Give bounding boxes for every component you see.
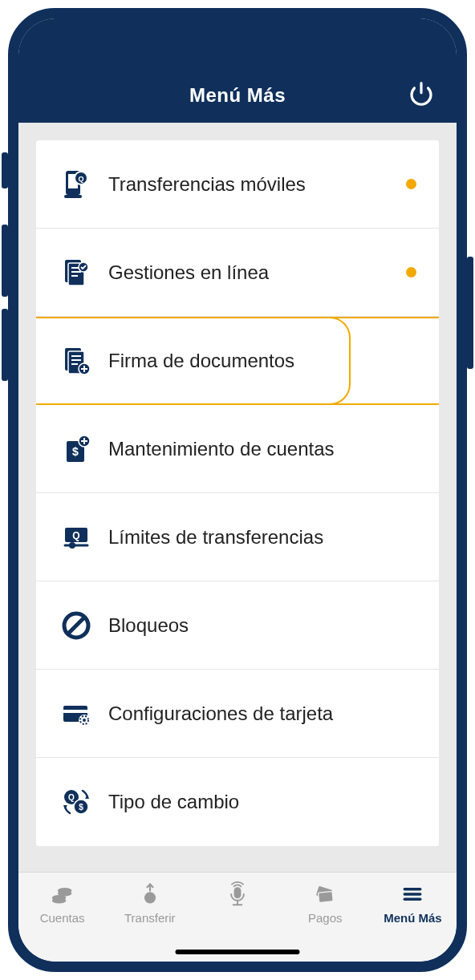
menu-item-label: Transferencias móviles [99, 173, 406, 196]
header-title: Menú Más [189, 84, 286, 107]
notification-dot [406, 267, 416, 277]
menu-item-label: Bloqueos [99, 614, 416, 637]
menu-item-label: Configuraciones de tarjeta [99, 703, 416, 725]
nav-label: Pagos [308, 911, 343, 925]
menu-item-tipo-de-cambio[interactable]: Q $ Tipo de cambio [36, 758, 439, 846]
power-button[interactable] [407, 79, 436, 108]
svg-rect-51 [319, 891, 334, 902]
lock-block-icon [54, 609, 99, 642]
menu-item-transferencias-moviles[interactable]: Q Transferencias móviles [36, 140, 439, 229]
bottom-nav: Cuentas $ Transferir [18, 872, 457, 962]
svg-text:Q: Q [78, 175, 83, 183]
screen: Menú Más Q [18, 18, 457, 962]
more-menu-list: Q Transferencias móviles [36, 140, 439, 846]
account-maint-icon: $ [54, 433, 99, 465]
frame-button [2, 225, 8, 297]
svg-text:$: $ [148, 894, 152, 902]
card-config-icon [54, 698, 99, 730]
mobile-transfer-icon: Q [54, 168, 99, 200]
exchange-icon: Q $ [54, 786, 99, 818]
app-header: Menú Más [18, 18, 457, 123]
hamburger-icon [399, 881, 426, 908]
svg-point-44 [57, 888, 71, 893]
menu-item-label: Gestiones en línea [99, 261, 406, 284]
svg-text:Q: Q [72, 530, 79, 541]
home-indicator [176, 950, 300, 954]
menu-item-label: Límites de transferencias [99, 526, 416, 549]
doc-sign-icon [54, 345, 99, 377]
nav-label: Transferir [124, 911, 176, 925]
nav-label: Cuentas [40, 911, 85, 925]
svg-text:Q: Q [68, 793, 75, 802]
svg-text:$: $ [72, 445, 79, 458]
menu-item-bloqueos[interactable]: Bloqueos [36, 581, 439, 670]
content-area: Q Transferencias móviles [18, 123, 457, 872]
mic-icon [224, 881, 251, 908]
doc-check-icon [54, 257, 99, 289]
svg-line-29 [68, 618, 84, 634]
menu-item-firma-de-documentos[interactable]: Firma de documentos [36, 317, 439, 405]
nav-pagos[interactable]: Pagos [282, 881, 369, 925]
nav-label: Menú Más [384, 911, 442, 925]
svg-point-34 [83, 719, 86, 722]
menu-item-configuraciones-de-tarjeta[interactable]: Configuraciones de tarjeta [36, 670, 439, 758]
svg-text:$: $ [79, 803, 83, 812]
menu-item-gestiones-en-linea[interactable]: Gestiones en línea [36, 229, 439, 317]
nav-transferir[interactable]: $ Transferir [106, 881, 193, 925]
menu-item-limites-de-transferencias[interactable]: Q Límites de transferencias [36, 493, 439, 581]
card-pay-icon [311, 881, 339, 908]
svg-rect-31 [63, 710, 87, 713]
phone-frame: Menú Más Q [8, 8, 467, 972]
transfer-up-icon: $ [136, 881, 164, 908]
frame-button [2, 152, 8, 188]
svg-point-27 [69, 542, 75, 549]
menu-item-mantenimiento-de-cuentas[interactable]: $ Mantenimiento de cuentas [36, 405, 439, 493]
nav-cuentas[interactable]: Cuentas [18, 881, 106, 925]
menu-item-label: Tipo de cambio [99, 791, 416, 813]
menu-item-label: Mantenimiento de cuentas [99, 438, 416, 460]
nav-voice[interactable] [193, 881, 281, 911]
frame-button [467, 257, 473, 369]
svg-rect-4 [64, 195, 82, 198]
coins-icon [49, 881, 76, 908]
menu-item-label: Firma de documentos [99, 350, 416, 372]
power-icon [408, 81, 434, 107]
nav-menu-mas[interactable]: Menú Más [369, 881, 457, 925]
notification-dot [406, 179, 416, 189]
transfer-limit-icon: Q [54, 521, 99, 553]
svg-rect-47 [234, 887, 242, 898]
frame-button [2, 309, 8, 381]
